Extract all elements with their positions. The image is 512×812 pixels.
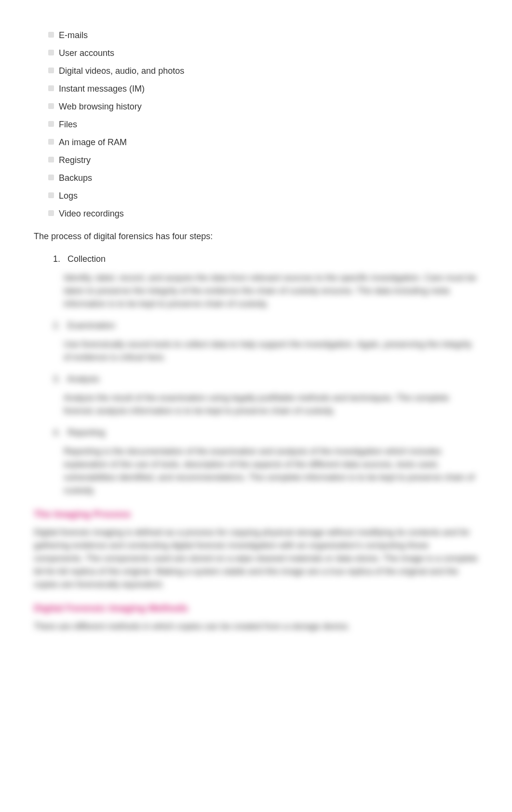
list-item-text: E-mails <box>59 30 88 40</box>
list-item-text: Backups <box>59 173 92 183</box>
section-heading-imaging: The Imaging Process <box>34 507 478 521</box>
section-heading-methods: Digital Forensic Imaging Methods <box>34 601 478 615</box>
evidence-type-list: E-mails User accounts Digital videos, au… <box>48 29 478 220</box>
list-item-text: Web browsing history <box>59 102 142 111</box>
list-item-text: Instant messages (IM) <box>59 84 145 94</box>
list-item: Digital videos, audio, and photos <box>48 65 478 78</box>
methods-paragraph: There are different methods in which cop… <box>34 620 478 633</box>
step-description: Identify, label, record, and acquire the… <box>64 271 478 311</box>
step-title: Reporting <box>67 428 105 437</box>
list-item: An image of RAM <box>48 136 478 149</box>
step-title: Collection <box>67 254 106 264</box>
list-item-text: Registry <box>59 155 91 165</box>
list-item-text: Digital videos, audio, and photos <box>59 66 184 76</box>
step-number: 1. <box>53 254 60 264</box>
step-number: 2. <box>53 321 60 330</box>
list-item: Web browsing history <box>48 100 478 113</box>
list-item: User accounts <box>48 47 478 60</box>
step-number: 3. <box>53 374 60 384</box>
step-description: Analyze the result of the examination us… <box>64 392 478 418</box>
step-number: 4. <box>53 428 60 437</box>
imaging-paragraph: Digital forensic imaging is defined as a… <box>34 526 478 591</box>
step-item: 2. Examination Use forensically sound to… <box>53 319 478 364</box>
intro-paragraph: The process of digital forensics has fou… <box>34 230 478 243</box>
list-item: Backups <box>48 172 478 185</box>
step-title: Analysis <box>67 374 99 384</box>
list-item: Logs <box>48 189 478 203</box>
list-item: Instant messages (IM) <box>48 82 478 95</box>
list-item-text: User accounts <box>59 48 114 58</box>
step-description: Use forensically sound tools to collect … <box>64 338 478 364</box>
step-description: Reporting is the documentation of the ex… <box>64 445 478 497</box>
step-item: 1. Collection Identify, label, record, a… <box>53 253 478 311</box>
list-item-text: An image of RAM <box>59 137 127 147</box>
process-steps-list: 1. Collection Identify, label, record, a… <box>53 253 478 497</box>
step-item: 4. Reporting Reporting is the documentat… <box>53 426 478 497</box>
list-item: Registry <box>48 154 478 167</box>
list-item: Files <box>48 118 478 131</box>
list-item: E-mails <box>48 29 478 42</box>
step-title: Examination <box>67 321 115 330</box>
list-item-text: Logs <box>59 191 78 201</box>
list-item-text: Files <box>59 120 77 129</box>
list-item: Video recordings <box>48 207 478 220</box>
list-item-text: Video recordings <box>59 209 124 218</box>
step-item: 3. Analysis Analyze the result of the ex… <box>53 373 478 418</box>
